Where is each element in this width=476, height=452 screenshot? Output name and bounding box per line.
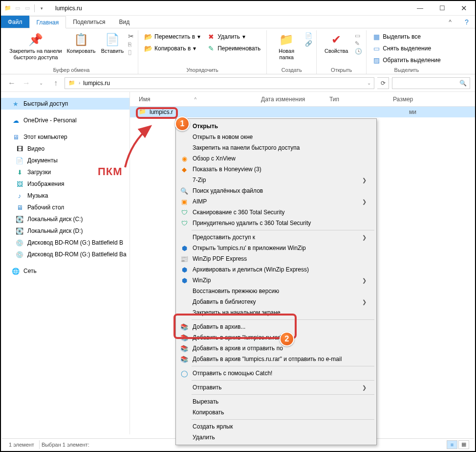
ctx-force-delete-360[interactable]: 🛡Принудительно удалить с 360 Total Secur… — [177, 218, 375, 228]
pin-icon: 📌 — [28, 31, 43, 47]
ctx-search-deleted[interactable]: 🔍Поиск удалённых файлов — [177, 185, 375, 196]
tab-file[interactable]: Файл — [1, 16, 29, 28]
ctx-add-archive[interactable]: 📚Добавить в архив... — [177, 321, 375, 332]
sidebar-pictures[interactable]: 🖼Изображения — [1, 178, 130, 190]
ribbon-collapse-button[interactable]: ^ — [442, 16, 458, 28]
ctx-copy[interactable]: Копировать — [177, 407, 375, 418]
sidebar-disk-c[interactable]: 💽Локальный диск (C:) — [1, 213, 130, 225]
ctx-add-archive-named[interactable]: 📚Добавить в архив "lumpics.ru.rar" — [177, 332, 375, 343]
status-selected: Выбран 1 элемент: — [40, 440, 94, 449]
file-row[interactable]: 📁 lumpics.r ми — [130, 107, 475, 117]
minimize-button[interactable]: — — [409, 1, 431, 16]
ctx-send-to[interactable]: Отправить❯ — [177, 382, 375, 393]
sidebar-bdrom[interactable]: 💿Дисковод BD-ROM (G:) Battlefield B — [1, 237, 130, 249]
sidebar-label: Быстрый доступ — [23, 100, 68, 107]
separator — [192, 394, 374, 395]
ctx-delete[interactable]: Удалить — [177, 432, 375, 443]
refresh-button[interactable]: ⟳ — [377, 77, 389, 89]
ctx-open[interactable]: Открыть — [177, 121, 375, 132]
ctx-cut[interactable]: Вырезать — [177, 396, 375, 407]
col-type[interactable]: Тип — [329, 96, 393, 103]
search-input[interactable]: 🔍 — [392, 77, 470, 89]
invert-selection-button[interactable]: ▨Обратить выделение — [370, 55, 443, 66]
sidebar-disk-d[interactable]: 💽Локальный диск (D:) — [1, 225, 130, 237]
ctx-winzip-express[interactable]: ⬢Архивировать и делиться (WinZip Express… — [177, 264, 375, 275]
paste-button[interactable]: 📄 Вставить — [100, 30, 125, 54]
easy-access-icon[interactable]: 🔗 — [305, 40, 312, 47]
properties-button[interactable]: ✔ Свойства — [321, 30, 352, 54]
ctx-winzip-open[interactable]: ⬢Открыть 'lumpics.ru' в приложении WinZi… — [177, 243, 375, 253]
sidebar-this-pc[interactable]: 🖥Этот компьютер — [1, 131, 130, 143]
forward-button[interactable]: → — [21, 77, 32, 89]
sidebar-bdrom[interactable]: 💿Дисковод BD-ROM (G:) Battlefield Ba — [1, 249, 130, 260]
col-size[interactable]: Размер — [393, 96, 432, 103]
edit-icon[interactable]: ✎ — [355, 40, 362, 47]
copy-button[interactable]: 📋 Копировать — [65, 30, 97, 54]
ctx-honeyview[interactable]: ◆Показать в Honeyview (3) — [177, 164, 375, 175]
rename-button[interactable]: ✎Переименовать — [205, 43, 262, 54]
tab-share[interactable]: Поделиться — [66, 16, 112, 28]
tab-home[interactable]: Главная — [29, 16, 66, 28]
qat-item[interactable]: ▭ — [23, 4, 31, 12]
select-all-button[interactable]: ▦Выделить все — [370, 31, 443, 42]
view-details-icon[interactable]: ≡ — [447, 440, 457, 449]
copy-to-button[interactable]: 📂Копировать в ▾ — [142, 43, 202, 54]
move-label: Переместить в — [154, 33, 195, 40]
ctx-scan-360[interactable]: 🛡Сканирование с 360 Total Security — [177, 207, 375, 218]
ctx-winzip[interactable]: ⬢WinZip❯ — [177, 275, 375, 286]
paste-shortcut-icon[interactable]: ⌷ — [128, 49, 134, 56]
up-button[interactable]: ↑ — [50, 77, 62, 89]
disk-icon: 💽 — [16, 227, 23, 235]
back-button[interactable]: ← — [6, 77, 18, 89]
ctx-grant-access[interactable]: Предоставить доступ к❯ — [177, 232, 375, 243]
address-bar[interactable]: 📁 › lumpics.ru ⌄ — [65, 77, 374, 89]
qat-item[interactable]: ▭ — [14, 4, 22, 12]
select-none-button[interactable]: ▭Снять выделение — [370, 43, 443, 54]
ctx-send-catch[interactable]: ◯Отправить с помощью Catch! — [177, 368, 375, 379]
new-folder-button[interactable]: 📁 Новая папка — [271, 30, 302, 61]
tab-view[interactable]: Вид — [112, 16, 136, 28]
history-icon[interactable]: 🕓 — [355, 48, 362, 55]
sidebar-videos[interactable]: 🎞Видео — [1, 143, 130, 155]
sidebar-quick-access[interactable]: ★Быстрый доступ — [1, 98, 130, 110]
open-icon[interactable]: ▭ — [355, 32, 362, 39]
ctx-xnview[interactable]: ◉Обзор с XnView — [177, 153, 375, 164]
help-icon[interactable]: ? — [458, 16, 475, 28]
ctx-create-shortcut[interactable]: Создать ярлык — [177, 421, 375, 432]
col-date[interactable]: Дата изменения — [261, 96, 329, 103]
qat-dropdown[interactable]: ▾ — [38, 4, 45, 12]
chevron-down-icon[interactable]: ⌄ — [367, 80, 371, 86]
maximize-button[interactable]: ☐ — [431, 1, 453, 16]
sidebar-desktop[interactable]: 🖥Рабочий стол — [1, 202, 130, 213]
ctx-pin-quick[interactable]: Закрепить на панели быстрого доступа — [177, 142, 375, 153]
new-item-icon[interactable]: 📄 — [305, 32, 312, 39]
ctx-add-and-send[interactable]: 📚Добавить в архив и отправить по — [177, 343, 375, 354]
recent-dropdown[interactable]: ⌄ — [35, 77, 47, 89]
xnview-icon: ◉ — [180, 154, 189, 163]
ctx-aimp[interactable]: ▣AIMP❯ — [177, 196, 375, 207]
sidebar-documents[interactable]: 📄Документы — [1, 155, 130, 166]
ctx-winzip-pdf[interactable]: 📰WinZip PDF Express — [177, 253, 375, 264]
cut-icon[interactable]: ✂ — [128, 32, 134, 40]
copy-path-icon[interactable]: ⎘ — [128, 41, 134, 48]
ctx-add-and-send-named[interactable]: 📚Добавить в архив "lumpics.ru.rar" и отп… — [177, 354, 375, 364]
ctx-add-library[interactable]: Добавить в библиотеку❯ — [177, 296, 375, 307]
sidebar-network[interactable]: 🌐Сеть — [1, 265, 130, 277]
ctx-open-new-window[interactable]: Открыть в новом окне — [177, 132, 375, 142]
folder-icon: 📁 — [139, 108, 147, 116]
download-icon: ⬇ — [16, 168, 23, 176]
ctx-pin-start[interactable]: Закрепить на начальном экране — [177, 307, 375, 318]
delete-button[interactable]: ✖Удалить ▾ — [205, 31, 262, 42]
view-large-icon[interactable]: ▦ — [458, 440, 469, 449]
sidebar-label: Сеть — [23, 268, 37, 274]
pin-button[interactable]: 📌 Закрепить на панели быстрого доступа — [9, 30, 63, 61]
context-menu: Открыть Открыть в новом окне Закрепить н… — [175, 118, 377, 445]
ctx-7zip[interactable]: 7-Zip❯ — [177, 175, 375, 185]
move-to-button[interactable]: 📂Переместить в ▾ — [142, 31, 202, 42]
ctx-restore-prev[interactable]: Восстановить прежнюю версию — [177, 286, 375, 296]
col-name[interactable]: Имя — [139, 96, 150, 103]
sidebar-music[interactable]: ♪Музыка — [1, 190, 130, 202]
close-button[interactable]: ✕ — [453, 1, 475, 16]
sidebar-onedrive[interactable]: ☁OneDrive - Personal — [1, 114, 130, 126]
ribbon-group-organize: 📂Переместить в ▾ 📂Копировать в ▾ ✖Удалит… — [138, 30, 267, 74]
